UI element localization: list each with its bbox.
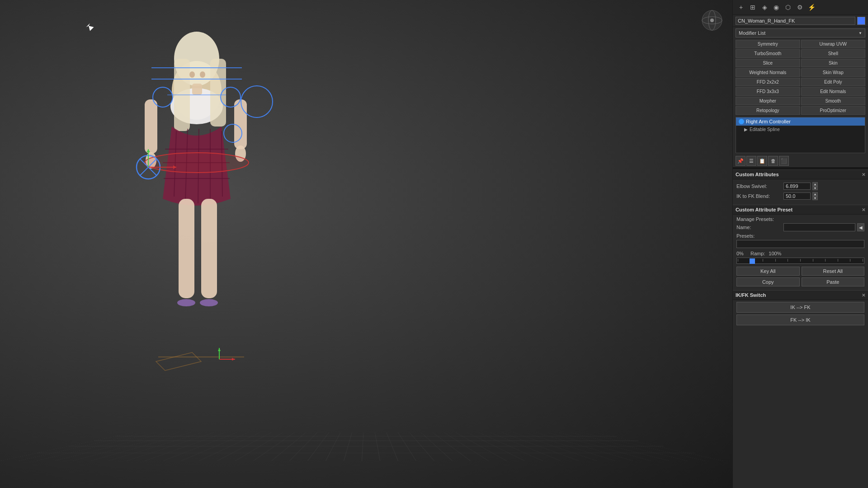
spinner-up-icon[interactable]: ▲ bbox=[812, 192, 818, 196]
mod-smooth[interactable]: Smooth bbox=[801, 97, 866, 105]
elbow-swivel-input[interactable] bbox=[783, 183, 811, 190]
viewport-compass bbox=[701, 9, 723, 32]
mod-turbosmooth[interactable]: TurboSmooth bbox=[736, 49, 800, 58]
svg-rect-17 bbox=[145, 99, 157, 154]
modifier-list-button[interactable]: Modifier List bbox=[736, 28, 865, 38]
mod-symmetry[interactable]: Symmetry bbox=[736, 40, 800, 48]
utilities-icon[interactable]: ⚙ bbox=[795, 3, 804, 12]
expand-icon: ▶ bbox=[744, 127, 748, 132]
ramp-slider[interactable] bbox=[736, 258, 864, 264]
spinner-down-icon[interactable]: ▼ bbox=[812, 186, 818, 190]
mod-edit-poly[interactable]: Edit Poly bbox=[801, 78, 866, 86]
mod-skin-wrap[interactable]: Skin Wrap bbox=[801, 68, 866, 77]
svg-rect-14 bbox=[201, 199, 217, 298]
key-all-button[interactable]: Key All bbox=[736, 267, 800, 276]
paste-button[interactable]: Paste bbox=[802, 277, 865, 286]
custom-preset-header[interactable]: Custom Attribute Preset ✕ bbox=[733, 205, 868, 215]
key-reset-row: Key All Reset All bbox=[736, 267, 864, 276]
mod-morpher[interactable]: Morpher bbox=[736, 97, 800, 105]
svg-marker-42 bbox=[232, 358, 235, 361]
ik-fk-body: IK --> FK FK --> IK bbox=[733, 300, 868, 329]
stack-right-arm-controller[interactable]: Right Arm Controller bbox=[736, 117, 865, 126]
svg-rect-23 bbox=[192, 84, 202, 95]
reset-all-button[interactable]: Reset All bbox=[802, 267, 865, 276]
presets-dropdown[interactable] bbox=[736, 240, 864, 248]
custom-attributes-header[interactable]: Custom Attributes ✕ bbox=[733, 169, 868, 179]
stack-pin-btn[interactable]: 📌 bbox=[736, 156, 745, 166]
modifier-grid: Symmetry Unwrap UVW TurboSmooth Shell Sl… bbox=[733, 39, 868, 116]
ramp-row: 0% Ramp: 100% bbox=[736, 251, 864, 256]
mod-weighted-normals[interactable]: Weighted Normals bbox=[736, 68, 800, 77]
visibility-icon bbox=[739, 119, 744, 124]
stack-editable-spline[interactable]: ▶ Editable Spline bbox=[736, 126, 865, 133]
svg-rect-13 bbox=[179, 199, 194, 298]
modifier-stack: Right Arm Controller ▶ Editable Spline bbox=[736, 117, 865, 153]
fk-to-ik-button[interactable]: FK --> IK bbox=[736, 314, 864, 325]
spinner-up-icon[interactable]: ▲ bbox=[812, 182, 818, 186]
collapse-preset-icon: ✕ bbox=[862, 207, 865, 212]
object-header bbox=[733, 15, 868, 27]
mod-slice[interactable]: Slice bbox=[736, 59, 800, 67]
svg-point-47 bbox=[710, 19, 714, 22]
grid-icon[interactable]: ⊞ bbox=[748, 3, 757, 12]
preset-name-input[interactable] bbox=[783, 223, 855, 231]
mod-edit-normals[interactable]: Edit Normals bbox=[801, 87, 866, 96]
custom-preset-body: Manage Presets: Name: ◀ Presets: 0% Ramp… bbox=[733, 215, 868, 290]
viewport[interactable] bbox=[0, 0, 732, 488]
ramp-handle[interactable] bbox=[750, 258, 755, 264]
svg-point-16 bbox=[200, 299, 218, 306]
mod-prooptimizer[interactable]: ProOptimizer bbox=[801, 106, 866, 115]
tools-icon[interactable]: ⚡ bbox=[807, 3, 816, 12]
collapse-custom-attrs-icon: ✕ bbox=[862, 172, 865, 177]
add-icon[interactable]: + bbox=[736, 3, 745, 12]
stack-list-btn[interactable]: ☰ bbox=[746, 156, 756, 166]
mod-ffd-3x3x3[interactable]: FFD 3x3x3 bbox=[736, 87, 800, 96]
ik-fk-header[interactable]: IK/FK Switch ✕ bbox=[733, 290, 868, 300]
mod-ffd-2x2x2[interactable]: FFD 2x2x2 bbox=[736, 78, 800, 86]
preset-arrow-btn[interactable]: ◀ bbox=[857, 223, 864, 231]
right-panel: + ⊞ ◈ ◉ ⬡ ⚙ ⚡ Modifier List Symmetry Unw… bbox=[732, 0, 868, 488]
stack-copy-btn[interactable]: 📋 bbox=[757, 156, 767, 166]
mod-skin[interactable]: Skin bbox=[801, 59, 866, 67]
svg-point-15 bbox=[177, 299, 195, 306]
preset-name-row: Name: ◀ bbox=[736, 223, 864, 231]
display-icon[interactable]: ⬡ bbox=[783, 3, 793, 12]
character-svg bbox=[0, 0, 732, 488]
spinner-down-icon[interactable]: ▼ bbox=[812, 196, 818, 200]
mod-retopology[interactable]: Retopology bbox=[736, 106, 800, 115]
ramp-ticks bbox=[737, 259, 864, 262]
svg-marker-43 bbox=[218, 348, 221, 351]
panel-toolbar: + ⊞ ◈ ◉ ⬡ ⚙ ⚡ bbox=[733, 0, 868, 15]
ik-fk-blend-spinner[interactable]: ▲ ▼ bbox=[812, 192, 818, 200]
copy-paste-row: Copy Paste bbox=[736, 277, 864, 286]
hierarchy-icon[interactable]: ◈ bbox=[760, 3, 769, 12]
copy-button[interactable]: Copy bbox=[736, 277, 800, 286]
object-name-input[interactable] bbox=[736, 17, 855, 25]
stack-toolbar: 📌 ☰ 📋 🗑 ⬛ bbox=[733, 155, 868, 168]
mod-unwrap-uvw[interactable]: Unwrap UVW bbox=[801, 40, 866, 48]
custom-attributes-body: Elbow Swivel: ▲ ▼ IK to FK Blend: ▲ ▼ bbox=[733, 179, 868, 205]
ik-to-fk-button[interactable]: IK --> FK bbox=[736, 302, 864, 313]
svg-rect-4 bbox=[210, 59, 226, 127]
ik-fk-blend-row: IK to FK Blend: ▲ ▼ bbox=[736, 192, 864, 200]
elbow-swivel-row: Elbow Swivel: ▲ ▼ bbox=[736, 182, 864, 190]
elbow-swivel-spinner[interactable]: ▲ ▼ bbox=[812, 182, 818, 190]
stack-delete-btn[interactable]: 🗑 bbox=[768, 156, 778, 166]
motion-icon[interactable]: ◉ bbox=[772, 3, 781, 12]
ik-fk-blend-input[interactable] bbox=[783, 192, 811, 200]
mod-shell[interactable]: Shell bbox=[801, 49, 866, 58]
stack-options-btn[interactable]: ⬛ bbox=[779, 156, 789, 166]
object-color-swatch[interactable] bbox=[857, 17, 865, 25]
svg-point-24 bbox=[153, 87, 173, 107]
collapse-ik-fk-icon: ✕ bbox=[862, 293, 865, 298]
svg-point-22 bbox=[200, 71, 205, 78]
svg-point-21 bbox=[189, 71, 195, 78]
